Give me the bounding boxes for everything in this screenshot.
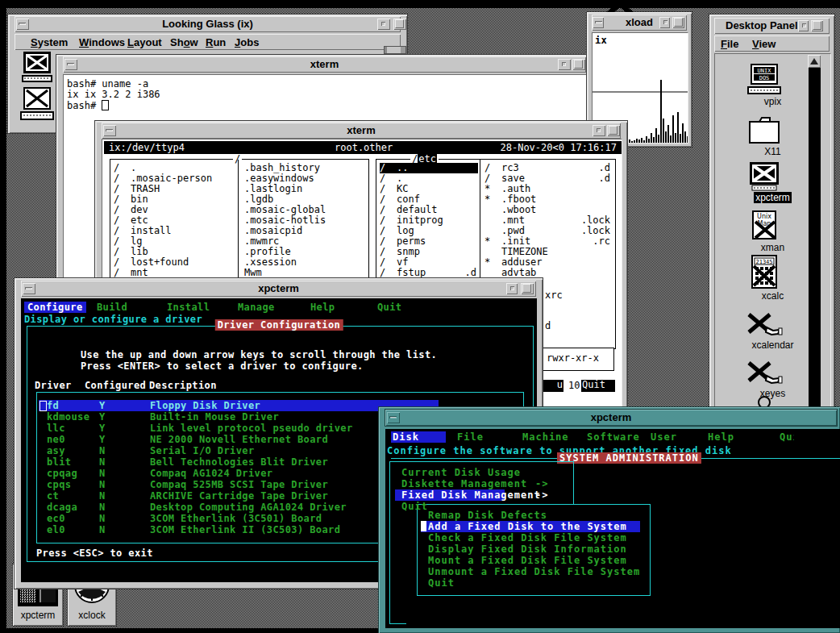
- menu-view[interactable]: View: [752, 38, 776, 50]
- panel-icon-label: xcalc: [715, 290, 830, 302]
- dc-menu-quit[interactable]: Quit: [377, 302, 402, 313]
- iconify-button[interactable]: [506, 283, 518, 294]
- sa-menu-machine[interactable]: Machine: [522, 431, 569, 443]
- maximize-button[interactable]: [607, 125, 620, 136]
- file-entry[interactable]: /initprog: [380, 215, 478, 226]
- menu-show[interactable]: Show: [170, 36, 198, 48]
- scrollbar-sliver[interactable]: [384, 46, 406, 54]
- menu-file[interactable]: File: [721, 38, 738, 50]
- looking-glass-title: Looking Glass (ix): [15, 18, 401, 30]
- file-entry[interactable]: /.: [380, 173, 478, 184]
- maximize-button[interactable]: [672, 17, 684, 28]
- driver-config-instruction: Press <ENTER> to select a driver to conf…: [81, 360, 364, 372]
- sysadmin-titlebar[interactable]: xpcterm: [385, 410, 837, 426]
- iconify-button[interactable]: [377, 19, 390, 30]
- iconify-button[interactable]: [659, 17, 670, 28]
- dc-menu-install[interactable]: Install: [167, 302, 210, 313]
- manual-book-icon[interactable]: Unix Man: [749, 210, 780, 241]
- maximize-button[interactable]: [811, 20, 823, 31]
- submenu-item[interactable]: Unmount a Fixed Disk File System: [421, 566, 645, 577]
- submenu-item[interactable]: Check a Fixed Disk File System: [421, 532, 645, 543]
- iconify-button[interactable]: [798, 20, 809, 31]
- file-entry[interactable]: /vf: [380, 257, 478, 268]
- x-client-icon[interactable]: [746, 361, 783, 385]
- xload-titlebar[interactable]: xload: [592, 15, 687, 31]
- menu-system[interactable]: System: [31, 36, 68, 48]
- iconify-button[interactable]: [593, 125, 605, 136]
- x-display-icon-dark[interactable]: [19, 52, 55, 85]
- sysadmin-title: xpcterm: [385, 411, 837, 423]
- sa-menu-user[interactable]: User: [651, 431, 677, 443]
- submenu-arrow-icon: ->: [535, 489, 548, 501]
- looking-glass-titlebar[interactable]: Looking Glass (ix): [15, 16, 401, 32]
- submenu-label: Mount a Fixed Disk File System: [428, 555, 627, 566]
- fm-fkey-quit: Quit: [581, 380, 615, 392]
- submenu-item[interactable]: Mount a Fixed Disk File System: [421, 555, 645, 566]
- disk-menu-item[interactable]: Fixed Disk Management->: [395, 489, 568, 501]
- panel-icon-vpix[interactable]: UNIX DOS vpix: [715, 64, 830, 99]
- window-sysadmin[interactable]: xpcterm DiskFileMachineSoftwareUserHelpQ…: [379, 407, 840, 633]
- x-display-icon-light[interactable]: [19, 87, 55, 123]
- window-menu-button[interactable]: [16, 19, 29, 30]
- window-menu-button[interactable]: [387, 412, 400, 423]
- sa-menu-software[interactable]: Software: [587, 431, 640, 443]
- desktop-panel-titlebar[interactable]: Desktop Panel: [714, 18, 830, 34]
- panel-icon-xpcterm[interactable]: xpcterm: [715, 162, 830, 194]
- file-entry[interactable]: /mnt: [114, 268, 235, 278]
- sa-menu-disk[interactable]: Disk: [391, 431, 446, 443]
- panel-icon-xcalendar[interactable]: xcalendar: [715, 313, 830, 340]
- sa-menu-file[interactable]: File: [457, 431, 484, 443]
- fm-fkey-fragment: u: [543, 380, 563, 392]
- panel-icon-xman[interactable]: Unix Man xman: [715, 210, 830, 244]
- submenu-item[interactable]: Quit: [421, 577, 645, 589]
- file-entry[interactable]: advtab: [484, 268, 612, 278]
- x-client-icon[interactable]: [746, 313, 783, 337]
- driver-config-box-title: Driver Configuration: [215, 319, 343, 331]
- menu-run[interactable]: Run: [206, 36, 226, 48]
- driver-config-titlebar[interactable]: xpcterm: [21, 281, 536, 297]
- svg-text:DOS: DOS: [759, 75, 769, 81]
- menu-jobs[interactable]: Jobs: [235, 36, 259, 48]
- dc-menu-configure[interactable]: Configure: [24, 302, 86, 313]
- iconify-button[interactable]: [558, 59, 571, 70]
- file-manager-titlebar[interactable]: xterm: [102, 123, 621, 139]
- sa-menu-help[interactable]: Help: [708, 431, 734, 443]
- xterm-shell-titlebar[interactable]: xterm: [63, 56, 586, 73]
- menu-layout[interactable]: Layout: [127, 36, 162, 48]
- fm-status-bar: ix:/dev/ttyp4 root.other 28-Nov-20<0 17:…: [104, 141, 622, 154]
- menu-windows[interactable]: Windows: [79, 36, 125, 48]
- panel-icon-xeyes[interactable]: xeyes: [715, 361, 830, 389]
- file-entry[interactable]: /log: [380, 226, 478, 236]
- disk-menu-item[interactable]: Diskette Management->: [395, 478, 568, 489]
- submenu-item[interactable]: Display Fixed Disk Information: [421, 543, 645, 555]
- submenu-item[interactable]: Remap Disk Defects: [421, 510, 645, 521]
- calculator-icon[interactable]: 21345: [751, 255, 778, 289]
- file-entry[interactable]: Mwm: [244, 268, 365, 278]
- file-entry[interactable]: /fstup.d: [380, 268, 478, 278]
- window-menu-button[interactable]: [64, 59, 77, 70]
- file-entry[interactable]: /..: [380, 163, 478, 173]
- vpix-icon[interactable]: UNIX DOS: [746, 64, 782, 96]
- dc-menu-help[interactable]: Help: [310, 302, 335, 313]
- maximize-button[interactable]: [572, 59, 585, 70]
- sa-menu-quit[interactable]: Quit: [780, 431, 794, 443]
- panel-icon-xcalc[interactable]: 21345 xcalc: [715, 255, 830, 292]
- window-menu-button[interactable]: [103, 125, 116, 136]
- panel-icon-x11[interactable]: X11: [715, 115, 830, 148]
- maximize-button[interactable]: [393, 19, 406, 30]
- window-menu-button[interactable]: [593, 17, 604, 28]
- file-entry[interactable]: .xsession: [244, 257, 365, 268]
- folder-icon[interactable]: [746, 115, 782, 144]
- window-menu-button[interactable]: [23, 283, 35, 294]
- dc-menu-manage[interactable]: Manage: [238, 302, 275, 313]
- driver-cell: llc: [47, 423, 65, 434]
- submenu-item[interactable]: Add a Fixed Disk to the System: [421, 521, 645, 532]
- file-entry[interactable]: /KC: [380, 184, 478, 194]
- xpcterm-icon[interactable]: [748, 162, 780, 191]
- maximize-button[interactable]: [521, 283, 534, 294]
- file-entry[interactable]: /perms: [380, 236, 478, 247]
- dc-menu-build[interactable]: Build: [97, 302, 127, 313]
- driver-cell: Y: [99, 434, 106, 445]
- disk-menu-item[interactable]: Current Disk Usage: [395, 467, 568, 478]
- file-entry[interactable]: /snmp: [380, 247, 478, 257]
